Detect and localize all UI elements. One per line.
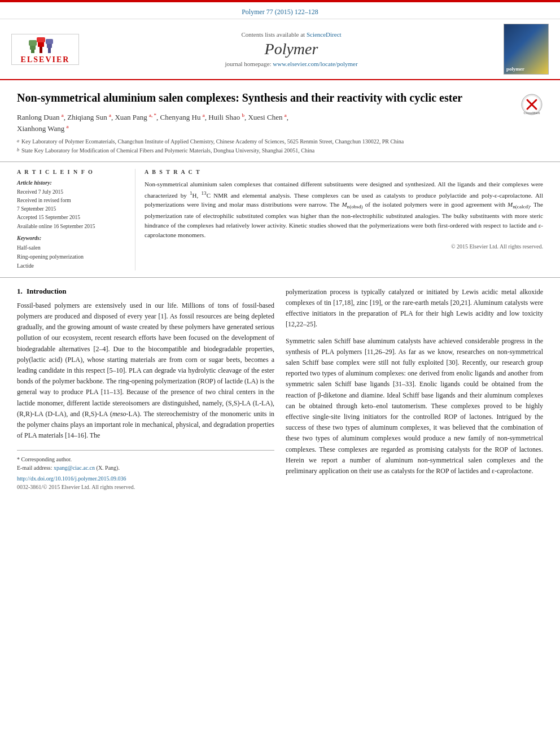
svg-rect-5 — [37, 37, 45, 42]
main-content: 1. Introduction Fossil-based polymers ar… — [0, 278, 560, 490]
article-history-label: Article history: — [17, 180, 126, 186]
affiliation-b: b State Key Laboratory for Modification … — [17, 147, 515, 155]
email-link[interactable]: xpang@ciac.ac.cn — [54, 465, 95, 471]
svg-text:CrossMark: CrossMark — [523, 111, 540, 115]
section1-number: 1. — [17, 287, 23, 295]
authors-line: Ranlong Duan a, Zhiqiang Sun a, Xuan Pan… — [17, 112, 515, 134]
right-column: polymerization process is typically cata… — [286, 287, 543, 490]
doi-link[interactable]: http://dx.doi.org/10.1016/j.polymer.2015… — [17, 475, 126, 482]
science-direct-link[interactable]: ScienceDirect — [307, 31, 342, 38]
affiliation-a: a Key Laboratory of Polymer Ecomaterials… — [17, 138, 515, 146]
affiliations: a Key Laboratory of Polymer Ecomaterials… — [17, 138, 515, 155]
copyright-footer: 0032-3861/© 2015 Elsevier Ltd. All right… — [17, 484, 274, 490]
svg-rect-2 — [29, 40, 37, 46]
article-info-title: A R T I C L E I N F O — [17, 169, 126, 175]
left-column: 1. Introduction Fossil-based polymers ar… — [17, 287, 274, 490]
email-line: E-mail address: xpang@ciac.ac.cn (X. Pan… — [17, 464, 274, 472]
article-dates: Received 7 July 2015 Received in revised… — [17, 188, 126, 230]
email-person: (X. Pang). — [97, 465, 120, 471]
section1-paragraph1: Fossil-based polymers are extensively us… — [17, 300, 274, 441]
article-info-abstract-section: A R T I C L E I N F O Article history: R… — [0, 162, 560, 278]
article-title-section: Non-symmetrical aluminium salen complexe… — [0, 80, 560, 162]
article-title-text: Non-symmetrical aluminium salen complexe… — [17, 90, 515, 156]
journal-citation: Polymer 77 (2015) 122–128 — [242, 8, 318, 16]
journal-middle-section: ELSEVIER Contents lists available at Sci… — [0, 19, 560, 79]
homepage-line: journal homepage: www.elsevier.com/locat… — [79, 60, 504, 67]
available-online-date: Available online 16 September 2015 — [17, 222, 126, 230]
elsevier-tree-icon — [28, 34, 62, 54]
section1-paragraph3: Symmetric salen Schiff base aluminum cat… — [286, 336, 543, 477]
corresponding-author-note: * Corresponding author. — [17, 455, 274, 464]
keyword-1: Half-salen — [17, 243, 126, 252]
section1-name: Introduction — [27, 287, 67, 295]
elsevier-wordmark: ELSEVIER — [21, 55, 70, 64]
section1-title: 1. Introduction — [17, 287, 274, 296]
article-info-panel: A R T I C L E I N F O Article history: R… — [17, 169, 135, 270]
keywords-label: Keywords: — [17, 235, 126, 241]
abstract-title: A B S T R A C T — [145, 169, 543, 175]
accepted-date: Accepted 15 September 2015 — [17, 213, 126, 221]
doi-line: http://dx.doi.org/10.1016/j.polymer.2015… — [17, 475, 274, 482]
journal-header: Polymer 77 (2015) 122–128 ELSEVIER Conte… — [0, 2, 560, 80]
journal-name-display: Polymer — [79, 40, 504, 58]
keyword-2: Ring-opening polymerization — [17, 252, 126, 261]
keyword-3: Lactide — [17, 261, 126, 270]
keywords-list: Half-salen Ring-opening polymerization L… — [17, 243, 126, 270]
journal-cover-image: polymer — [504, 24, 549, 75]
svg-rect-8 — [46, 39, 53, 44]
journal-center-info: Contents lists available at ScienceDirec… — [79, 31, 504, 67]
section1-paragraph2: polymerization process is typically cata… — [286, 287, 543, 330]
abstract-copyright: © 2015 Elsevier Ltd. All rights reserved… — [145, 243, 543, 250]
elsevier-logo: ELSEVIER — [11, 34, 79, 65]
contents-available-line: Contents lists available at ScienceDirec… — [79, 31, 504, 38]
abstract-section: A B S T R A C T Non-symmetrical aluminiu… — [135, 169, 543, 270]
crossmark-logo-icon: CrossMark — [520, 93, 543, 116]
footnotes: * Corresponding author. E-mail address: … — [17, 450, 274, 472]
article-title: Non-symmetrical aluminium salen complexe… — [17, 90, 515, 105]
journal-homepage-link[interactable]: www.elsevier.com/locate/polymer — [273, 60, 357, 67]
abstract-text: Non-symmetrical aluminium salen complexe… — [145, 180, 543, 240]
email-label: E-mail address: — [17, 465, 52, 471]
received-date: Received 7 July 2015 — [17, 188, 126, 196]
received-revised-label: Received in revised form — [17, 196, 126, 204]
received-revised-date: 7 September 2015 — [17, 205, 126, 213]
journal-citation-bar: Polymer 77 (2015) 122–128 — [0, 7, 560, 19]
journal-cover-label: polymer — [506, 66, 524, 72]
